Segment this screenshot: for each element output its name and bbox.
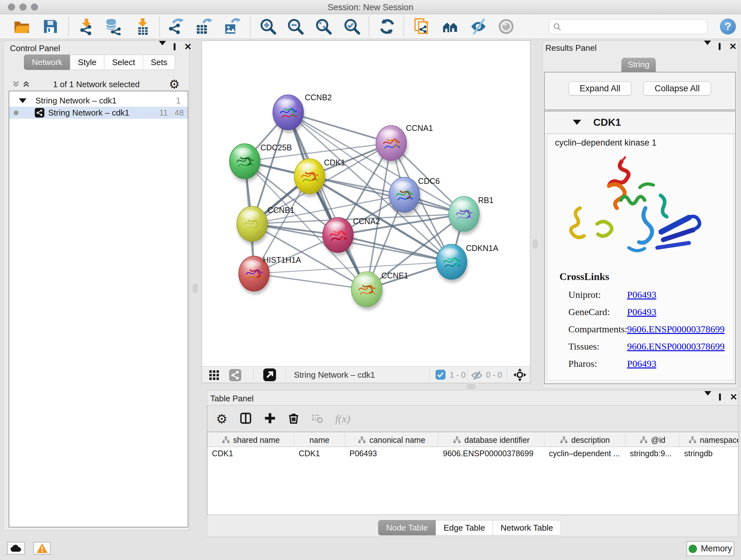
crosslink-link[interactable]: 9606.ENSP00000378699 [627,341,725,352]
delete-table-icon[interactable] [311,412,323,426]
splitter-handle[interactable] [193,284,198,293]
table-options-gear-icon[interactable]: ⚙ [216,412,227,426]
cell-name[interactable]: CDK1 [294,447,345,461]
column-header[interactable]: namespace [680,433,738,447]
delete-column-icon[interactable] [287,412,300,426]
crosslink-row: Tissues: 9606.ENSP00000378699 [568,341,728,354]
cell-canonical-name[interactable]: P06493 [345,447,439,461]
network-edge[interactable] [254,273,367,289]
collapse-panel-icon[interactable] [704,45,711,51]
network-node-RB1[interactable] [449,196,481,235]
function-builder-icon[interactable]: f(x) [335,413,350,425]
network-node-CDKN1A[interactable] [436,244,468,283]
close-panel-icon[interactable]: ✕ [729,43,737,50]
zoom-selected-icon[interactable] [343,18,360,35]
export-network-icon[interactable] [167,18,185,35]
float-panel-icon[interactable] [174,44,176,50]
cell-shared-name[interactable]: CDK1 [207,447,294,461]
cloud-status-button[interactable] [7,542,25,555]
view-network-icon[interactable] [229,369,241,381]
export-image-icon[interactable] [223,18,240,35]
crosslink-link[interactable]: P06493 [627,358,657,369]
column-header[interactable]: name [294,433,345,447]
column-header[interactable]: database identifier [439,433,544,447]
float-panel-icon[interactable] [719,394,721,400]
network-view-statusbar: String Network – cdk1 1 - 0 0 - 0 [202,366,530,383]
selected-checkbox[interactable] [435,370,446,380]
help-button[interactable]: ? [720,18,736,35]
tab-network[interactable]: Network [24,55,70,70]
memory-status-dot [689,545,697,553]
network-node-CCNA1[interactable] [376,125,408,164]
network-node-CDC25B[interactable] [229,144,261,182]
splitter-handle[interactable] [467,384,475,389]
expand-all-button[interactable]: Expand All [569,81,631,96]
tab-sets[interactable]: Sets [143,55,175,70]
network-canvas[interactable]: CCNB2CCNA1CDC25BCDK1CDC6RB1CCNB1CCNA2CDK… [202,41,530,383]
open-in-window-icon[interactable] [263,368,276,381]
tab-string[interactable]: String [621,58,656,72]
hidden-eye-icon[interactable] [471,370,482,380]
zoom-fit-icon[interactable] [315,18,332,35]
column-header[interactable]: description [544,433,625,447]
hide-selected-icon[interactable] [470,18,487,35]
crosslink-link[interactable]: P06493 [627,307,657,317]
network-collection-row[interactable]: String Network – cdk1 1 [9,95,188,107]
import-network-file-icon[interactable] [78,18,95,35]
new-network-from-selection-icon[interactable] [413,18,430,35]
collapse-panel-icon[interactable] [159,45,166,51]
network-edge[interactable] [338,235,452,262]
split-columns-icon[interactable] [239,412,252,426]
zoom-in-icon[interactable] [259,18,277,35]
first-neighbors-icon[interactable] [442,18,459,35]
crosslink-link[interactable]: 9606.ENSP00000378699 [627,324,725,334]
export-table-icon[interactable] [195,18,212,35]
table-row[interactable]: CDK1 CDK1 P06493 9606.ENSP00000378699 cy… [207,447,738,461]
save-session-icon[interactable] [42,18,59,35]
warning-button[interactable] [33,542,51,555]
gene-expand-icon[interactable] [573,120,581,125]
open-session-icon[interactable] [13,18,30,35]
search-input[interactable] [564,22,703,31]
close-panel-icon[interactable]: ✕ [730,394,737,401]
crosslink-link[interactable]: P06493 [627,289,657,300]
splitter-handle[interactable] [533,240,537,248]
memory-button[interactable]: Memory [686,541,734,556]
collection-expand-icon[interactable] [19,98,26,103]
cell-database-identifier[interactable]: 9606.ENSP00000378699 [439,447,544,461]
show-all-icon[interactable] [497,18,515,35]
column-header[interactable]: shared name [207,433,294,447]
import-network-database-icon[interactable] [105,18,122,35]
network-node-CCNB1[interactable] [237,206,269,245]
import-table-icon[interactable] [134,18,151,35]
crosslink-row: GeneCard: P06493 [568,307,728,319]
network-options-gear-icon[interactable]: ⚙ [169,77,180,91]
cell-id[interactable]: stringdb:9... [625,447,680,461]
column-header[interactable]: @id [625,433,680,447]
network-row-selected[interactable]: String Network – cdk1 11 48 [9,107,188,119]
collapse-panel-icon[interactable] [704,395,711,401]
tab-edge-table[interactable]: Edge Table [435,520,493,536]
cell-namespace[interactable]: stringdb [680,447,738,461]
tab-node-table[interactable]: Node Table [378,520,436,536]
tab-network-table[interactable]: Network Table [493,520,561,536]
collapse-all-button[interactable]: Collapse All [643,81,711,96]
tab-select[interactable]: Select [104,55,143,70]
toolbar-separator [403,17,404,36]
network-node-CCNB2[interactable] [273,95,305,133]
view-grid-icon[interactable] [208,369,220,381]
add-column-icon[interactable] [264,412,276,426]
tab-style[interactable]: Style [70,55,105,70]
float-panel-icon[interactable] [719,44,721,50]
network-node-CCNE1[interactable] [351,272,383,310]
column-header[interactable]: canonical name [345,433,439,447]
network-node-CDK1[interactable] [294,159,326,197]
cell-description[interactable]: cyclin–dependent ... [544,447,625,461]
zoom-out-icon[interactable] [287,18,304,35]
gene-section-header[interactable]: CDK1 [545,111,735,134]
network-node-CCNA2[interactable] [323,217,354,256]
pan-mode-icon[interactable] [513,368,527,381]
refresh-icon[interactable] [379,18,396,35]
network-graph[interactable]: CCNB2CCNA1CDC25BCDK1CDC6RB1CCNB1CCNA2CDK… [202,41,530,366]
close-panel-icon[interactable]: ✕ [184,44,192,51]
